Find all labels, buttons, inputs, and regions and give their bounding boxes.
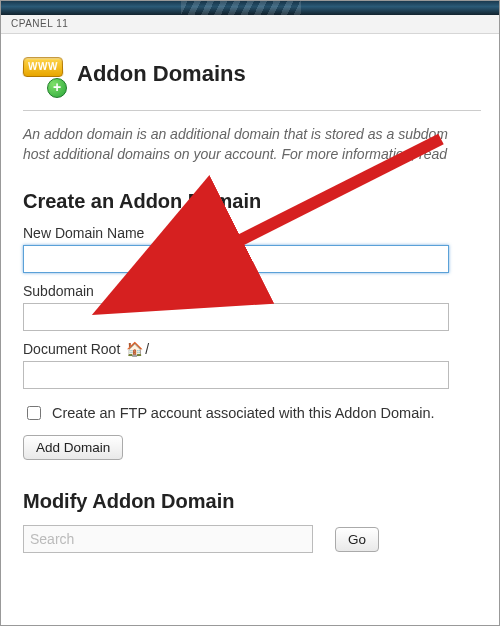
document-root-input[interactable] <box>23 361 449 389</box>
new-domain-input[interactable] <box>23 245 449 273</box>
modify-search-input[interactable] <box>23 525 313 553</box>
divider <box>23 110 481 111</box>
home-icon: 🏠 <box>126 341 143 357</box>
plus-icon: + <box>47 78 67 98</box>
new-domain-label: New Domain Name <box>23 225 481 241</box>
go-button[interactable]: Go <box>335 527 379 552</box>
modify-section-heading: Modify Addon Domain <box>23 490 481 513</box>
create-section-heading: Create an Addon Domain <box>23 190 481 213</box>
document-root-label: Document Root 🏠/ <box>23 341 481 357</box>
page-title: Addon Domains <box>77 61 246 87</box>
subdomain-input[interactable] <box>23 303 449 331</box>
window-titlebar <box>1 1 499 15</box>
cpanel-bar: CPANEL 11 <box>1 15 499 34</box>
cpanel-bar-label: CPANEL 11 <box>11 18 68 29</box>
add-domain-button[interactable]: Add Domain <box>23 435 123 460</box>
page-description: An addon domain is an additional domain … <box>23 125 481 164</box>
subdomain-label: Subdomain <box>23 283 481 299</box>
create-ftp-checkbox[interactable] <box>27 406 41 420</box>
addon-domains-icon: WWW + <box>23 56 65 92</box>
create-ftp-label: Create an FTP account associated with th… <box>52 405 435 421</box>
